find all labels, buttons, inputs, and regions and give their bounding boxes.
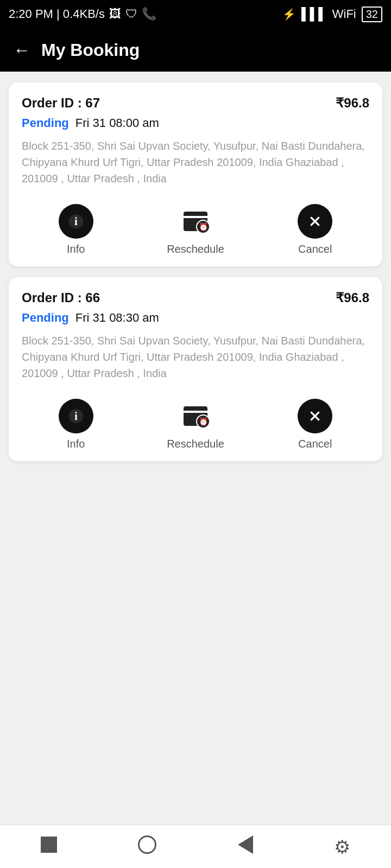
svg-rect-3	[184, 216, 207, 218]
info-icon-2: i	[59, 399, 93, 433]
booking-datetime-2: Fri 31 08:30 am	[75, 311, 159, 325]
order-price-1: ₹96.8	[336, 95, 369, 111]
actions-row-2: i Info ⏰ Reschedule	[22, 394, 369, 450]
address-1: Block 251-350, Shri Sai Upvan Society, Y…	[22, 138, 369, 187]
wifi-icon: WiFi	[332, 7, 356, 21]
status-left: 2:20 PM | 0.4KB/s 🖼 🛡 📞	[9, 7, 156, 21]
signal-icon: ▌▌▌	[301, 7, 327, 21]
order-id-2: Order ID : 66	[22, 290, 100, 305]
status-time: 2:20 PM | 0.4KB/s	[9, 7, 105, 21]
security-icon: 🛡	[125, 7, 137, 21]
cancel-icon-1	[298, 204, 332, 239]
nav-back-button[interactable]	[238, 835, 253, 858]
status-right: ⚡ ▌▌▌ WiFi 32	[282, 7, 382, 22]
reschedule-icon-1: ⏰	[178, 204, 213, 239]
app-header: ← My Booking	[0, 28, 391, 72]
booking-card-1: Order ID : 67 ₹96.8 Pending Fri 31 08:00…	[9, 82, 382, 266]
svg-text:i: i	[74, 410, 78, 423]
reschedule-icon-2: ⏰	[178, 399, 213, 433]
info-icon-1: i	[59, 204, 93, 239]
order-id-1: Order ID : 67	[22, 95, 100, 111]
notification-icon: 🖼	[109, 7, 121, 21]
reschedule-label-1: Reschedule	[167, 243, 224, 256]
info-action-2[interactable]: i Info	[59, 399, 93, 450]
cancel-icon-2	[298, 399, 332, 433]
status-row-1: Pending Fri 31 08:00 am	[22, 116, 369, 130]
nav-circle-button[interactable]	[138, 835, 156, 858]
svg-text:⏰: ⏰	[198, 222, 208, 232]
status-badge-1: Pending	[22, 116, 69, 130]
svg-text:⏰: ⏰	[198, 417, 208, 426]
bottom-nav: ⚙	[0, 825, 391, 868]
status-bar: 2:20 PM | 0.4KB/s 🖼 🛡 📞 ⚡ ▌▌▌ WiFi 32	[0, 0, 391, 28]
order-price-2: ₹96.8	[336, 290, 369, 305]
battery-icon: 32	[362, 7, 382, 22]
status-row-2: Pending Fri 31 08:30 am	[22, 311, 369, 325]
back-button[interactable]: ←	[13, 40, 30, 60]
reschedule-label-2: Reschedule	[167, 438, 224, 450]
nav-person-button[interactable]: ⚙	[334, 836, 350, 858]
booking-datetime-1: Fri 31 08:00 am	[75, 116, 159, 130]
address-2: Block 251-350, Shri Sai Upvan Society, Y…	[22, 333, 369, 381]
cancel-label-1: Cancel	[298, 243, 332, 256]
card-1-header: Order ID : 67 ₹96.8	[22, 95, 369, 111]
content-area: Order ID : 67 ₹96.8 Pending Fri 31 08:00…	[0, 72, 391, 868]
info-label-1: Info	[67, 243, 85, 256]
bluetooth-icon: ⚡	[282, 8, 296, 21]
svg-text:i: i	[74, 215, 78, 228]
status-badge-2: Pending	[22, 311, 69, 325]
nav-square-button[interactable]	[41, 837, 57, 857]
svg-rect-11	[184, 411, 207, 413]
booking-card-2: Order ID : 66 ₹96.8 Pending Fri 31 08:30…	[9, 277, 382, 461]
page-title: My Booking	[41, 40, 140, 60]
reschedule-action-2[interactable]: ⏰ Reschedule	[167, 399, 224, 450]
cancel-action-2[interactable]: Cancel	[298, 399, 332, 450]
phone-icon: 📞	[142, 7, 156, 21]
cancel-action-1[interactable]: Cancel	[298, 204, 332, 256]
info-action-1[interactable]: i Info	[59, 204, 93, 256]
info-label-2: Info	[67, 438, 85, 450]
card-2-header: Order ID : 66 ₹96.8	[22, 290, 369, 305]
reschedule-action-1[interactable]: ⏰ Reschedule	[167, 204, 224, 256]
cancel-label-2: Cancel	[298, 438, 332, 450]
actions-row-1: i Info ⏰ Reschedule	[22, 200, 369, 256]
